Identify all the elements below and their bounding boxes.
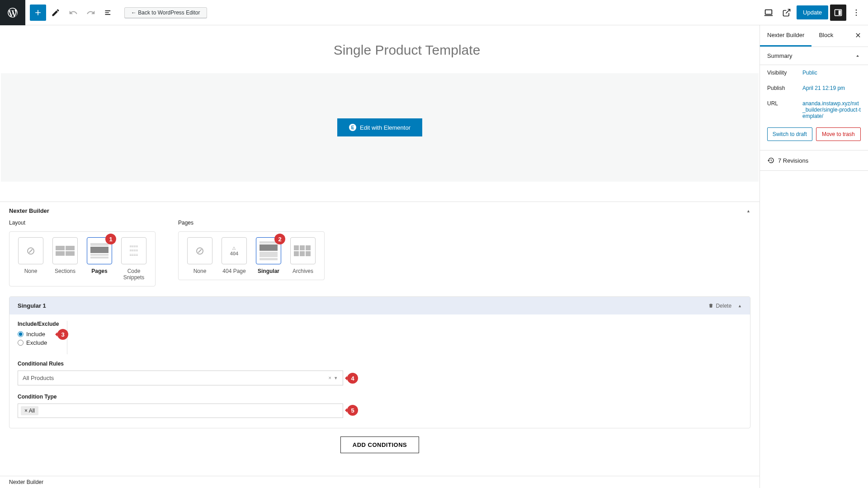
dots-vertical-icon xyxy=(852,8,861,17)
nexter-header-label: Nexter Builder xyxy=(9,207,49,214)
collapse-icon[interactable]: ▲ xyxy=(738,304,742,308)
conditional-rules-block: Conditional Rules All Products × ▾ 4 xyxy=(9,354,750,387)
plus-icon xyxy=(33,8,42,17)
svg-point-5 xyxy=(856,14,857,16)
tab-nexter-builder[interactable]: Nexter Builder xyxy=(760,25,811,47)
add-block-button[interactable] xyxy=(30,5,46,21)
annotation-badge-5: 5 xyxy=(347,405,358,416)
pages-card-404[interactable]: ⚠404 404 Page xyxy=(219,237,249,274)
revisions-row[interactable]: 7 Revisions xyxy=(760,150,868,171)
ie-label: Include/Exclude xyxy=(18,321,59,327)
annotation-badge-2: 2 xyxy=(274,234,285,244)
nexter-panel-header[interactable]: Nexter Builder ▲ xyxy=(0,202,760,220)
layout-card-none[interactable]: ⊘ None xyxy=(16,237,46,281)
settings-sidebar-toggle[interactable] xyxy=(830,5,846,21)
layout-cards: ⊘ None Sections 1 Pages xyxy=(9,231,156,286)
include-radio[interactable]: Include 3 xyxy=(18,331,59,338)
include-exclude-group: Include/Exclude Include 3 Exclude xyxy=(9,321,67,354)
cond-type-tag[interactable]: × All xyxy=(21,406,38,415)
device-preview-button[interactable] xyxy=(760,5,777,21)
pages-card-none[interactable]: ⊘ None xyxy=(185,237,215,274)
pages-card-archives[interactable]: Archives xyxy=(288,237,318,274)
close-icon xyxy=(854,32,862,39)
nexter-builder-panel: Nexter Builder ▲ Layout ⊘ None xyxy=(0,202,760,462)
pages-cards: ⊘ None ⚠404 404 Page 2 Singular xyxy=(178,231,325,280)
svg-rect-2 xyxy=(839,10,841,15)
pencil-icon xyxy=(51,8,60,17)
visibility-row[interactable]: Visibility Public xyxy=(760,65,868,80)
select-clear-dropdown-icon[interactable]: × ▾ xyxy=(329,375,338,381)
history-icon xyxy=(767,157,774,164)
layout-card-code[interactable]: ≡≡≡≡≡≡≡≡≡≡≡≡ Code Snippets xyxy=(119,237,149,281)
cond-type-select[interactable]: × All 5 xyxy=(18,404,343,418)
redo-icon xyxy=(86,8,95,17)
layout-label: Layout xyxy=(9,220,156,226)
archives-icon xyxy=(294,245,312,256)
list-view-button[interactable] xyxy=(100,5,117,21)
preview-external-button[interactable] xyxy=(778,5,795,21)
404-icon: ⚠404 xyxy=(230,246,238,256)
undo-button[interactable] xyxy=(65,5,81,21)
tab-block[interactable]: Block xyxy=(811,25,840,47)
undo-icon xyxy=(69,8,78,17)
singular-icon xyxy=(259,241,278,260)
collapse-icon: ▲ xyxy=(746,209,750,213)
pages-label: Pages xyxy=(178,220,325,226)
publish-row[interactable]: Publish April 21 12:19 pm xyxy=(760,80,868,96)
editor-canvas: Single Product Template E Edit with Elem… xyxy=(0,25,760,488)
page-title[interactable]: Single Product Template xyxy=(54,42,760,58)
include-radio-input[interactable] xyxy=(18,331,24,337)
delete-button[interactable]: Delete xyxy=(708,303,731,309)
condition-type-block: Condition Type × All 5 xyxy=(9,387,750,420)
pages-group: Pages ⊘ None ⚠404 404 Page 2 xyxy=(178,220,325,286)
edit-mode-button[interactable] xyxy=(47,5,64,21)
more-options-button[interactable] xyxy=(848,5,864,21)
wordpress-icon xyxy=(7,7,19,19)
switch-to-draft-button[interactable]: Switch to draft xyxy=(767,127,812,141)
code-icon: ≡≡≡≡≡≡≡≡≡≡≡≡ xyxy=(130,244,138,258)
update-button[interactable]: Update xyxy=(797,5,828,19)
footer-breadcrumb: Nexter Builder xyxy=(0,476,760,488)
layout-group: Layout ⊘ None Sections 1 xyxy=(9,220,156,286)
list-icon xyxy=(104,8,113,17)
elementor-btn-label: Edit with Elementor xyxy=(360,124,410,131)
sidebar-close-button[interactable] xyxy=(848,25,868,47)
toolbar-right: Update xyxy=(760,5,864,21)
annotation-badge-3: 3 xyxy=(57,329,68,340)
trash-icon xyxy=(708,303,714,309)
add-conditions-button[interactable]: ADD CONDITIONS xyxy=(340,436,419,453)
nexter-body: Layout ⊘ None Sections 1 xyxy=(0,220,760,462)
redo-button[interactable] xyxy=(83,5,99,21)
exclude-radio[interactable]: Exclude xyxy=(18,339,59,346)
cond-type-label: Condition Type xyxy=(18,394,742,400)
url-row[interactable]: URL ananda.instawp.xyz/nxt_builder/singl… xyxy=(760,96,868,124)
singular-header[interactable]: Singular 1 Delete ▲ xyxy=(9,297,750,314)
canvas-block: E Edit with Elementor xyxy=(1,73,759,182)
top-toolbar: ← Back to WordPress Editor Update xyxy=(0,0,868,25)
back-to-wp-button[interactable]: ← Back to WordPress Editor xyxy=(124,7,207,18)
edit-elementor-button[interactable]: E Edit with Elementor xyxy=(337,118,422,136)
annotation-badge-4: 4 xyxy=(347,373,358,384)
cond-rules-select[interactable]: All Products × ▾ 4 xyxy=(18,371,343,385)
svg-rect-0 xyxy=(765,9,772,14)
singular-title: Singular 1 xyxy=(18,302,46,309)
pages-card-singular[interactable]: 2 Singular xyxy=(254,237,283,274)
none-icon: ⊘ xyxy=(26,244,35,257)
svg-point-4 xyxy=(856,12,857,13)
chevron-up-icon xyxy=(854,53,861,59)
wp-logo[interactable] xyxy=(0,0,25,25)
move-to-trash-button[interactable]: Move to trash xyxy=(816,127,861,141)
sidebar-tabs: Nexter Builder Block xyxy=(760,25,868,47)
laptop-icon xyxy=(764,8,774,18)
settings-sidebar: Nexter Builder Block Summary Visibility … xyxy=(760,25,868,488)
summary-header[interactable]: Summary xyxy=(760,47,868,65)
svg-point-3 xyxy=(856,9,857,10)
layout-card-sections[interactable]: Sections xyxy=(50,237,80,281)
sidebar-action-buttons: Switch to draft Move to trash xyxy=(760,124,868,150)
sections-icon xyxy=(55,246,75,256)
layout-card-pages[interactable]: 1 Pages xyxy=(85,237,114,281)
elementor-icon: E xyxy=(349,124,356,131)
exclude-radio-input[interactable] xyxy=(18,340,24,346)
annotation-badge-1: 1 xyxy=(105,234,116,244)
external-link-icon xyxy=(782,8,791,17)
